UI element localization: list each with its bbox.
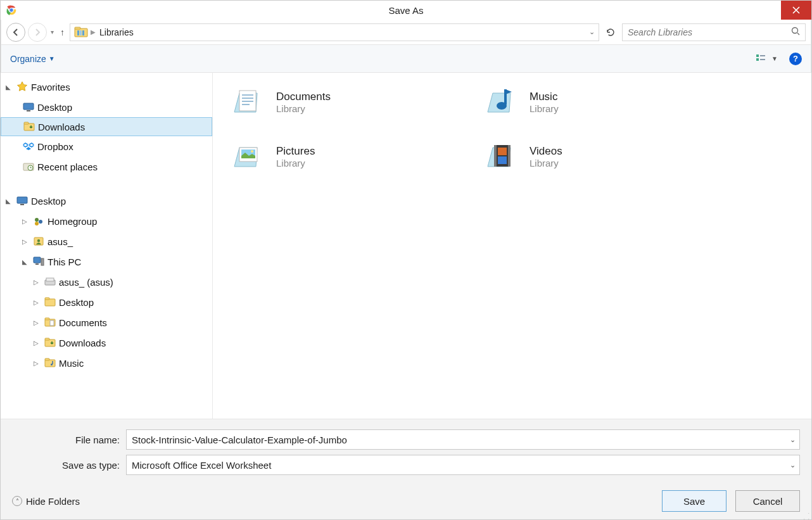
save-label: Save bbox=[683, 496, 705, 507]
help-button[interactable]: ? bbox=[789, 53, 802, 65]
tree-label: Favorites bbox=[31, 82, 70, 92]
expand-icon[interactable]: ▷ bbox=[34, 279, 41, 286]
content-pane[interactable]: DocumentsLibrary MusicLibrary PicturesLi… bbox=[213, 73, 811, 419]
pc-icon bbox=[32, 255, 45, 268]
svg-rect-6 bbox=[80, 30, 82, 35]
history-dropdown[interactable]: ▾ bbox=[49, 29, 55, 35]
collapse-icon[interactable]: ◣ bbox=[6, 84, 13, 91]
tree-label: asus_ bbox=[48, 236, 73, 247]
tree-fav-desktop[interactable]: Desktop bbox=[1, 97, 212, 117]
tree-pc-asus-drive[interactable]: ▷asus_ (asus) bbox=[1, 272, 212, 292]
folder-icon bbox=[44, 296, 56, 308]
svg-rect-37 bbox=[45, 338, 49, 340]
tree-asus[interactable]: ▷asus_ bbox=[1, 231, 212, 251]
tree-pc-documents[interactable]: ▷Documents bbox=[1, 312, 212, 333]
dropbox-icon bbox=[22, 140, 35, 153]
tree-thispc[interactable]: ◣This PC bbox=[1, 251, 212, 272]
breadcrumb-location[interactable]: Libraries bbox=[99, 27, 134, 37]
svg-rect-12 bbox=[760, 59, 765, 60]
library-name: Pictures bbox=[276, 145, 315, 158]
library-sub: Library bbox=[276, 103, 331, 114]
filename-value: Stock-Intrinsic-Value-Calculator-Example… bbox=[132, 434, 347, 445]
resize-grip[interactable]: .. .. . . bbox=[801, 509, 810, 518]
library-pictures[interactable]: PicturesLibrary bbox=[229, 139, 457, 174]
organize-label: Organize bbox=[10, 54, 46, 64]
address-bar[interactable]: ▶ Libraries ⌄ bbox=[70, 23, 599, 41]
svg-point-23 bbox=[35, 222, 39, 225]
expand-icon[interactable]: ▷ bbox=[22, 238, 30, 245]
library-music[interactable]: MusicLibrary bbox=[483, 84, 711, 120]
forward-button[interactable] bbox=[28, 23, 47, 42]
svg-point-21 bbox=[35, 218, 39, 222]
tree-label: asus_ (asus) bbox=[59, 277, 113, 288]
folder-doc-icon bbox=[44, 316, 56, 329]
address-history-dropdown[interactable]: ⌄ bbox=[589, 28, 595, 36]
svg-rect-9 bbox=[756, 54, 759, 57]
svg-point-40 bbox=[51, 364, 53, 365]
tree-fav-downloads[interactable]: Downloads bbox=[1, 117, 212, 136]
filename-input[interactable]: Stock-Intrinsic-Value-Calculator-Example… bbox=[126, 429, 800, 450]
tree-fav-recent[interactable]: Recent places bbox=[1, 156, 212, 177]
svg-rect-54 bbox=[498, 156, 507, 164]
library-name: Documents bbox=[276, 91, 331, 103]
tree-fav-dropbox[interactable]: Dropbox bbox=[1, 136, 212, 156]
refresh-button[interactable] bbox=[602, 23, 619, 41]
tree-favorites[interactable]: ◣ Favorites bbox=[1, 77, 212, 97]
view-options-button[interactable]: ▼ bbox=[756, 54, 778, 64]
library-sub: Library bbox=[530, 158, 562, 168]
collapse-icon[interactable]: ◣ bbox=[6, 198, 13, 205]
close-button[interactable] bbox=[781, 1, 811, 20]
refresh-icon bbox=[606, 27, 616, 37]
svg-rect-51 bbox=[494, 145, 497, 167]
tree-pc-downloads[interactable]: ▷Downloads bbox=[1, 333, 212, 353]
search-input[interactable] bbox=[628, 27, 791, 37]
back-button[interactable] bbox=[6, 23, 25, 42]
search-icon[interactable] bbox=[791, 27, 800, 37]
folder-download-icon bbox=[23, 120, 35, 133]
savetype-select[interactable]: Microsoft Office Excel Worksheet ⌄ bbox=[126, 455, 800, 475]
svg-rect-53 bbox=[498, 148, 507, 155]
search-box[interactable] bbox=[622, 23, 806, 41]
cancel-button[interactable]: Cancel bbox=[735, 490, 800, 512]
chevron-down-icon: ▼ bbox=[49, 55, 55, 62]
svg-rect-43 bbox=[242, 98, 253, 99]
library-videos[interactable]: VideosLibrary bbox=[483, 139, 711, 174]
breadcrumb-separator: ▶ bbox=[91, 29, 96, 35]
save-button[interactable]: Save bbox=[662, 490, 726, 512]
tree-homegroup[interactable]: ▷Homegroup bbox=[1, 211, 212, 231]
tree-pc-desktop[interactable]: ▷Desktop bbox=[1, 292, 212, 312]
nav-tree[interactable]: ◣ Favorites Desktop Downloads Dropbox Re… bbox=[1, 73, 213, 419]
recent-icon bbox=[22, 160, 35, 173]
library-documents[interactable]: DocumentsLibrary bbox=[229, 84, 457, 120]
svg-point-22 bbox=[39, 220, 42, 224]
cancel-label: Cancel bbox=[753, 496, 783, 507]
svg-rect-42 bbox=[242, 94, 253, 96]
svg-rect-38 bbox=[45, 360, 55, 367]
svg-rect-5 bbox=[77, 30, 79, 35]
hide-folders-label: Hide Folders bbox=[26, 496, 80, 507]
library-sub: Library bbox=[530, 103, 559, 114]
tree-label: This PC bbox=[48, 257, 81, 267]
tree-pc-music[interactable]: ▷Music bbox=[1, 353, 212, 373]
svg-rect-20 bbox=[20, 204, 24, 205]
svg-rect-27 bbox=[41, 258, 44, 265]
hide-folders-button[interactable]: ˄ Hide Folders bbox=[12, 496, 80, 507]
library-name: Videos bbox=[530, 145, 562, 158]
chevron-down-icon[interactable]: ⌄ bbox=[790, 436, 796, 444]
expand-icon[interactable]: ▷ bbox=[34, 299, 41, 306]
main-area: ◣ Favorites Desktop Downloads Dropbox Re… bbox=[1, 73, 811, 419]
expand-icon[interactable]: ▷ bbox=[34, 319, 41, 326]
pictures-library-icon bbox=[229, 139, 265, 174]
svg-rect-26 bbox=[34, 257, 41, 263]
expand-icon[interactable]: ▷ bbox=[34, 360, 41, 367]
tree-desktop[interactable]: ◣Desktop bbox=[1, 191, 212, 211]
up-button[interactable]: ↑ bbox=[58, 27, 67, 37]
expand-icon[interactable]: ▷ bbox=[22, 218, 30, 225]
expand-icon[interactable]: ▷ bbox=[34, 339, 41, 346]
organize-button[interactable]: Organize ▼ bbox=[10, 54, 55, 64]
chevron-down-icon[interactable]: ⌄ bbox=[790, 461, 796, 469]
svg-point-8 bbox=[792, 28, 798, 34]
star-icon bbox=[16, 80, 29, 93]
help-icon: ? bbox=[793, 54, 798, 63]
collapse-icon[interactable]: ◣ bbox=[22, 258, 30, 265]
